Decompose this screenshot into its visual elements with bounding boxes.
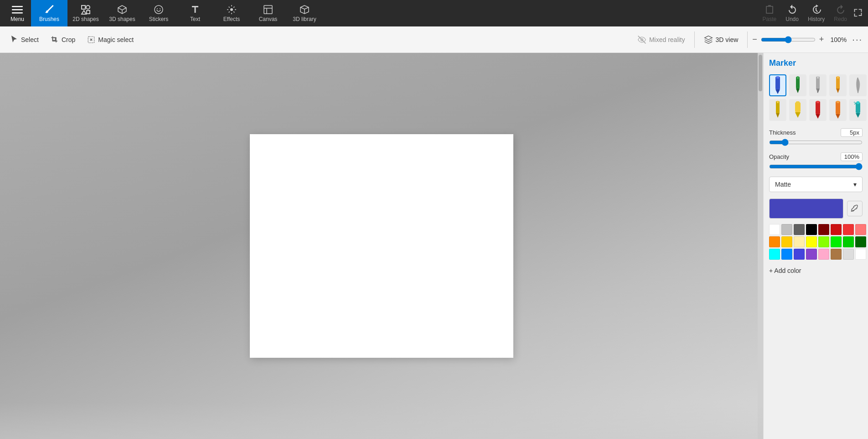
- eyedropper-button[interactable]: [847, 201, 863, 216]
- tool-effects[interactable]: Effects: [213, 0, 250, 26]
- thickness-label: Thickness 5px: [769, 128, 863, 137]
- tool-2d-shapes[interactable]: 2D shapes: [67, 0, 104, 26]
- color-cell[interactable]: [855, 236, 866, 247]
- svg-marker-28: [836, 89, 840, 93]
- opacity-slider[interactable]: [769, 163, 863, 170]
- brush-pencil-gray[interactable]: [809, 74, 827, 96]
- brush-marker-red[interactable]: [809, 99, 827, 121]
- history-button[interactable]: History: [808, 4, 825, 22]
- crop-tool[interactable]: Crop: [46, 33, 80, 47]
- color-swatch-row: [769, 199, 863, 219]
- color-cell[interactable]: [806, 236, 817, 247]
- color-cell[interactable]: [769, 236, 780, 247]
- matte-dropdown[interactable]: Matte ▾: [769, 177, 863, 192]
- svg-point-8: [157, 8, 158, 9]
- color-cell[interactable]: [818, 236, 829, 247]
- svg-rect-17: [775, 77, 780, 89]
- color-cell[interactable]: [769, 224, 780, 235]
- color-cell[interactable]: [806, 249, 817, 260]
- zoom-in-button[interactable]: +: [819, 35, 824, 44]
- top-right-tools: Paste Undo History Redo: [763, 4, 847, 22]
- tool-3d-shapes[interactable]: 3D shapes: [104, 0, 140, 26]
- color-cell[interactable]: [794, 236, 805, 247]
- matte-chevron-icon: ▾: [853, 181, 857, 188]
- color-cell[interactable]: [818, 224, 829, 235]
- redo-button[interactable]: Redo: [834, 4, 847, 22]
- brush-marker-orange[interactable]: [829, 99, 847, 121]
- brush-quill[interactable]: [849, 74, 867, 96]
- color-cell[interactable]: [806, 224, 817, 235]
- opacity-label: Opacity 100%: [769, 152, 863, 161]
- selected-color-swatch[interactable]: [769, 199, 843, 219]
- mixed-reality-button[interactable]: Mixed reality: [633, 32, 690, 47]
- tool-stickers[interactable]: Stickers: [140, 0, 177, 26]
- more-options-button[interactable]: ···: [852, 34, 863, 45]
- brush-spray[interactable]: [849, 99, 867, 121]
- svg-marker-21: [796, 89, 800, 93]
- color-cell[interactable]: [818, 249, 829, 260]
- tool-canvas[interactable]: Canvas: [250, 0, 286, 26]
- brush-pen-green[interactable]: [789, 74, 806, 96]
- svg-rect-35: [796, 101, 800, 104]
- drawing-canvas[interactable]: [250, 134, 513, 358]
- color-cell[interactable]: [831, 236, 842, 247]
- select-label: Select: [21, 36, 39, 43]
- top-toolbar: Menu Brushes 2D shapes 3D shapes Sticker…: [0, 0, 868, 26]
- select-tool[interactable]: Select: [5, 33, 43, 47]
- zoom-percent: 100%: [827, 36, 849, 43]
- svg-point-7: [155, 5, 163, 14]
- color-cell[interactable]: [855, 249, 866, 260]
- canvas-area[interactable]: [0, 53, 763, 439]
- zoom-out-button[interactable]: −: [752, 35, 757, 44]
- brush-marker-blue[interactable]: [769, 74, 786, 96]
- color-cell[interactable]: [769, 249, 780, 260]
- menu-label: Menu: [10, 16, 24, 22]
- color-cell[interactable]: [781, 224, 792, 235]
- svg-rect-3: [82, 5, 85, 9]
- color-cell[interactable]: [781, 249, 792, 260]
- color-cell[interactable]: [794, 249, 805, 260]
- svg-marker-31: [776, 113, 780, 118]
- color-cell[interactable]: [831, 224, 842, 235]
- menu-button[interactable]: Menu: [4, 0, 31, 26]
- thickness-slider[interactable]: [769, 139, 863, 146]
- brush-pencil-yellow[interactable]: [769, 99, 786, 121]
- paste-button[interactable]: Paste: [763, 4, 777, 22]
- tool-3d-library[interactable]: 3D library: [286, 0, 323, 26]
- magic-select-tool[interactable]: Magic select: [83, 33, 138, 47]
- svg-point-46: [854, 104, 855, 105]
- view-3d-button[interactable]: 3D view: [699, 32, 743, 47]
- svg-rect-36: [816, 101, 820, 114]
- undo-button[interactable]: Undo: [785, 4, 799, 22]
- svg-rect-39: [836, 101, 840, 114]
- color-cell[interactable]: [855, 224, 866, 235]
- color-cell[interactable]: [843, 236, 854, 247]
- tool-canvas-label: Canvas: [259, 16, 278, 22]
- svg-rect-41: [837, 101, 839, 103]
- tool-effects-label: Effects: [223, 16, 240, 22]
- color-cell[interactable]: [794, 224, 805, 235]
- color-cell[interactable]: [843, 249, 854, 260]
- tool-3d-shapes-label: 3D shapes: [109, 16, 135, 22]
- svg-marker-5: [82, 10, 86, 14]
- color-cell[interactable]: [843, 224, 854, 235]
- tool-brushes-label: Brushes: [39, 16, 59, 22]
- color-cell[interactable]: [781, 236, 792, 247]
- vertical-scrollbar[interactable]: [758, 53, 763, 439]
- scrollbar-thumb[interactable]: [759, 55, 762, 91]
- expand-button[interactable]: [852, 6, 864, 21]
- history-label: History: [808, 16, 825, 22]
- thickness-value: 5px: [841, 128, 863, 137]
- right-panel: Marker: [763, 53, 868, 439]
- tool-text[interactable]: Text: [177, 0, 213, 26]
- svg-marker-47: [856, 113, 860, 118]
- tool-text-label: Text: [190, 16, 200, 22]
- brush-pencil-orange[interactable]: [829, 74, 847, 96]
- tool-brushes[interactable]: Brushes: [31, 0, 67, 26]
- view-3d-label: 3D view: [716, 36, 739, 43]
- brush-highlighter-yellow[interactable]: [789, 99, 806, 121]
- zoom-slider[interactable]: [761, 36, 816, 43]
- svg-rect-2: [12, 12, 23, 14]
- color-cell[interactable]: [831, 249, 842, 260]
- add-color-button[interactable]: + Add color: [769, 265, 863, 276]
